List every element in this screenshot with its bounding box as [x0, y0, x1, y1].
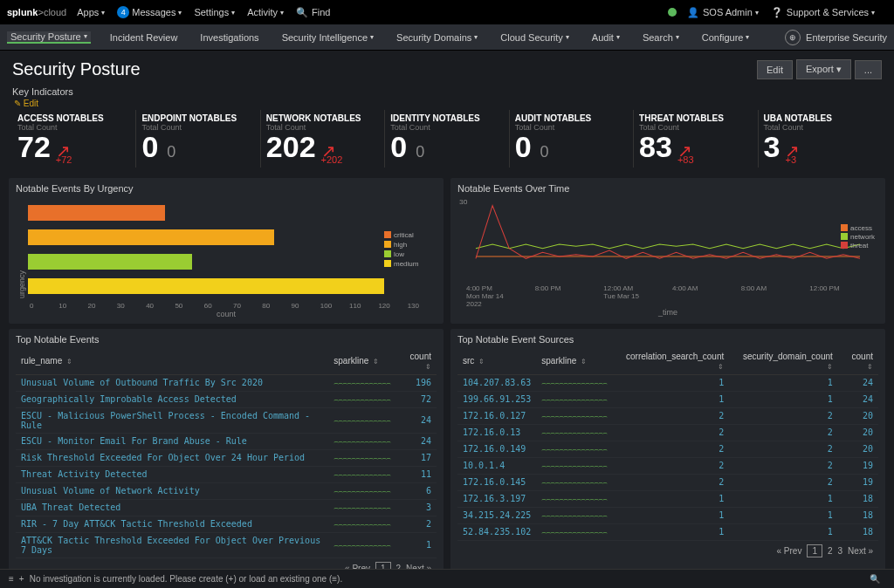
rule-name-cell[interactable]: ESCU - Malicious PowerShell Process - En…: [16, 407, 328, 433]
src-cell[interactable]: 10.0.1.4: [457, 457, 536, 474]
legend-item[interactable]: high: [384, 241, 437, 249]
src-cell[interactable]: 52.84.235.102: [457, 523, 536, 540]
nav-investigations[interactable]: Investigations: [196, 32, 262, 43]
table-row[interactable]: RIR - 7 Day ATT&CK Tactic Threshold Exce…: [16, 516, 437, 532]
user-menu[interactable]: 👤SOS Admin: [687, 7, 759, 18]
enterprise-security-badge[interactable]: ⊕Enterprise Security: [785, 30, 887, 45]
legend-item[interactable]: network: [841, 233, 875, 241]
rule-name-cell[interactable]: Threat Activity Detected: [16, 466, 328, 482]
add-icon[interactable]: +: [19, 574, 24, 584]
x-tick: 130: [408, 302, 437, 310]
legend-item[interactable]: medium: [384, 260, 437, 268]
src-cell[interactable]: 199.66.91.253: [457, 391, 536, 407]
urgency-bar[interactable]: [28, 229, 274, 245]
rule-name-cell[interactable]: ATT&CK Tactic Threshold Exceeded For Obj…: [16, 532, 328, 557]
indicator-card[interactable]: ENDPOINT NOTABLES Total Count 00: [136, 110, 260, 168]
nav-audit[interactable]: Audit: [588, 32, 623, 43]
table-row[interactable]: 172.16.0.149 ⌢⌢⌢⌢⌢⌢⌢⌢⌢⌢⌢⌢⌢⌢⌢ 2 2 20: [457, 441, 878, 457]
col-sparkline[interactable]: sparkline ⇕: [328, 348, 395, 375]
legend-item[interactable]: threat: [841, 242, 875, 250]
col-sparkline[interactable]: sparkline ⇕: [536, 348, 612, 375]
apps-menu[interactable]: Apps: [77, 7, 105, 17]
src-cell[interactable]: 172.16.0.127: [457, 407, 536, 424]
nav-security-intelligence[interactable]: Security Intelligence: [279, 32, 377, 43]
table-row[interactable]: 52.84.235.102 ⌢⌢⌢⌢⌢⌢⌢⌢⌢⌢⌢⌢⌢⌢⌢ 1 1 18: [457, 523, 878, 540]
table-row[interactable]: 172.16.0.13 ⌢⌢⌢⌢⌢⌢⌢⌢⌢⌢⌢⌢⌢⌢⌢ 2 2 20: [457, 424, 878, 441]
export-button[interactable]: Export ▾: [796, 59, 851, 79]
logo[interactable]: splunk>cloud: [7, 7, 66, 17]
rule-name-cell[interactable]: Unusual Volume of Network Activity: [16, 482, 328, 499]
src-cell[interactable]: 34.215.24.225: [457, 507, 536, 523]
nav-configure[interactable]: Configure: [698, 32, 753, 43]
nav-cloud-security[interactable]: Cloud Security: [497, 32, 573, 43]
table-row[interactable]: Risk Threshold Exceeded For Object Over …: [16, 449, 437, 466]
src-cell[interactable]: 172.16.0.145: [457, 474, 536, 490]
urgency-bar[interactable]: [28, 205, 165, 221]
table-row[interactable]: ATT&CK Tactic Threshold Exceeded For Obj…: [16, 532, 437, 557]
rule-name-cell[interactable]: ESCU - Monitor Email For Brand Abuse - R…: [16, 433, 328, 449]
legend-item[interactable]: access: [841, 224, 875, 232]
nav-security-domains[interactable]: Security Domains: [393, 32, 481, 43]
table-row[interactable]: Unusual Volume of Network Activity ⌢⌢⌢⌢⌢…: [16, 482, 437, 499]
edit-indicators-link[interactable]: ✎ Edit: [0, 99, 894, 108]
table-row[interactable]: ESCU - Monitor Email For Brand Abuse - R…: [16, 433, 437, 449]
legend-item[interactable]: low: [384, 250, 437, 258]
indicator-card[interactable]: IDENTITY NOTABLES Total Count 00: [385, 110, 509, 168]
col-rule_name[interactable]: rule_name ⇕: [16, 348, 328, 375]
next-link[interactable]: Next »: [848, 546, 873, 556]
table-row[interactable]: 172.16.3.197 ⌢⌢⌢⌢⌢⌢⌢⌢⌢⌢⌢⌢⌢⌢⌢ 1 1 18: [457, 490, 878, 507]
nav-search[interactable]: Search: [639, 32, 683, 43]
count-cell: 18: [838, 523, 878, 540]
find-search[interactable]: 🔍Find: [296, 7, 330, 18]
table-row[interactable]: Threat Activity Detected ⌢⌢⌢⌢⌢⌢⌢⌢⌢⌢⌢⌢⌢ 1…: [16, 466, 437, 482]
page-2[interactable]: 2: [828, 546, 833, 556]
nav-security-posture[interactable]: Security Posture: [7, 31, 91, 44]
src-cell[interactable]: 104.207.83.63: [457, 374, 536, 391]
page-1[interactable]: 1: [807, 544, 822, 557]
rule-name-cell[interactable]: Unusual Volume of Outbound Traffic By Sr…: [16, 374, 328, 391]
indicator-card[interactable]: UBA NOTABLES Total Count 3↗+3: [759, 110, 882, 168]
zoom-icon[interactable]: 🔍: [870, 574, 880, 584]
indicator-card[interactable]: THREAT NOTABLES Total Count 83↗+83: [634, 110, 758, 168]
rule-name-cell[interactable]: Risk Threshold Exceeded For Object Over …: [16, 449, 328, 466]
series-threat[interactable]: [476, 205, 860, 258]
table-row[interactable]: ESCU - Malicious PowerShell Process - En…: [16, 407, 437, 433]
table-row[interactable]: 104.207.83.63 ⌢⌢⌢⌢⌢⌢⌢⌢⌢⌢⌢⌢⌢⌢⌢ 1 1 24: [457, 374, 878, 391]
indicator-card[interactable]: ACCESS NOTABLES Total Count 72↗+72: [12, 110, 136, 168]
table-row[interactable]: 172.16.0.145 ⌢⌢⌢⌢⌢⌢⌢⌢⌢⌢⌢⌢⌢⌢⌢ 2 2 19: [457, 474, 878, 490]
table-row[interactable]: UBA Threat Detected ⌢⌢⌢⌢⌢⌢⌢⌢⌢⌢⌢⌢⌢ 3: [16, 499, 437, 516]
menu-icon[interactable]: ≡: [9, 574, 14, 584]
legend-item[interactable]: critical: [384, 231, 437, 239]
col-count[interactable]: count ⇕: [838, 348, 878, 375]
table-row[interactable]: 199.66.91.253 ⌢⌢⌢⌢⌢⌢⌢⌢⌢⌢⌢⌢⌢⌢⌢ 1 1 24: [457, 391, 878, 407]
indicator-card[interactable]: NETWORK NOTABLES Total Count 202↗+202: [261, 110, 385, 168]
indicator-card[interactable]: AUDIT NOTABLES Total Count 00: [510, 110, 634, 168]
more-button[interactable]: ...: [855, 60, 882, 79]
src-cell[interactable]: 172.16.0.13: [457, 424, 536, 441]
col-count[interactable]: count ⇕: [395, 348, 437, 375]
support-menu[interactable]: ❔Support & Services: [771, 7, 875, 18]
series-network[interactable]: [476, 244, 860, 249]
page-3[interactable]: 3: [838, 546, 843, 556]
rule-name-cell[interactable]: UBA Threat Detected: [16, 499, 328, 516]
src-cell[interactable]: 172.16.0.149: [457, 441, 536, 457]
col-security_domain_count[interactable]: security_domain_count ⇕: [729, 348, 838, 375]
edit-button[interactable]: Edit: [757, 60, 793, 79]
table-row[interactable]: Unusual Volume of Outbound Traffic By Sr…: [16, 374, 437, 391]
table-row[interactable]: 172.16.0.127 ⌢⌢⌢⌢⌢⌢⌢⌢⌢⌢⌢⌢⌢⌢⌢ 2 2 20: [457, 407, 878, 424]
col-src[interactable]: src ⇕: [457, 348, 536, 375]
nav-incident-review[interactable]: Incident Review: [107, 32, 182, 43]
urgency-bar[interactable]: [28, 278, 384, 294]
settings-menu[interactable]: Settings: [194, 7, 235, 17]
messages-menu[interactable]: 4Messages: [117, 6, 182, 18]
table-row[interactable]: 34.215.24.225 ⌢⌢⌢⌢⌢⌢⌢⌢⌢⌢⌢⌢⌢⌢⌢ 1 1 18: [457, 507, 878, 523]
src-cell[interactable]: 172.16.3.197: [457, 490, 536, 507]
col-correlation_search_count[interactable]: correlation_search_count ⇕: [612, 348, 729, 375]
urgency-bar[interactable]: [28, 254, 192, 270]
prev-link[interactable]: « Prev: [777, 546, 802, 556]
table-row[interactable]: 10.0.1.4 ⌢⌢⌢⌢⌢⌢⌢⌢⌢⌢⌢⌢⌢⌢⌢ 2 2 19: [457, 457, 878, 474]
activity-menu[interactable]: Activity: [247, 7, 284, 17]
rule-name-cell[interactable]: RIR - 7 Day ATT&CK Tactic Threshold Exce…: [16, 516, 328, 532]
rule-name-cell[interactable]: Geographically Improbable Access Detecte…: [16, 391, 328, 407]
table-row[interactable]: Geographically Improbable Access Detecte…: [16, 391, 437, 407]
